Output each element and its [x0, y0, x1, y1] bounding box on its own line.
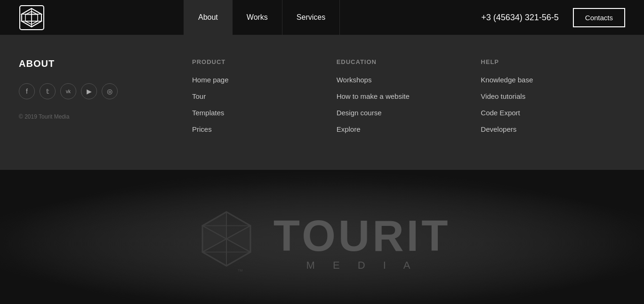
footer-brand-icon: ™ [193, 209, 259, 277]
about-title: ABOUT [19, 58, 192, 69]
social-vk[interactable]: vk [60, 83, 76, 99]
footer-col-about: ABOUT f 𝕥 vk ▶ ◎ © 2019 Tourit Media [19, 58, 192, 142]
education-title: EDUCATION [337, 58, 481, 65]
contacts-button[interactable]: Contacts [573, 8, 625, 27]
brand-logo-icon: ™ [193, 209, 259, 275]
product-link-homepage[interactable]: Home page [192, 76, 337, 84]
nav-about[interactable]: About [184, 0, 233, 35]
footer-col-education: EDUCATION Workshops How to make a websit… [337, 58, 481, 142]
phone-number: +3 (45634) 321-56-5 [481, 13, 559, 23]
edu-link-howto[interactable]: How to make a website [337, 92, 481, 100]
help-link-developers[interactable]: Developers [481, 125, 625, 133]
brand-sub: M E D I A [274, 259, 451, 272]
footer-brand-text: TOURIT M E D I A [274, 214, 451, 272]
edu-link-design[interactable]: Design course [337, 109, 481, 117]
footer-brand-section: ™ TOURIT M E D I A [0, 170, 644, 304]
product-title: PRODUCT [192, 58, 337, 65]
product-link-tour[interactable]: Tour [192, 92, 337, 100]
navbar-logo [0, 5, 184, 31]
social-twitter[interactable]: 𝕥 [40, 83, 56, 99]
brand-name: TOURIT [274, 214, 451, 257]
copyright: © 2019 Tourit Media [19, 113, 192, 120]
social-facebook[interactable]: f [19, 83, 35, 99]
footer-col-product: PRODUCT Home page Tour Templates Prices [192, 58, 337, 142]
social-instagram[interactable]: ◎ [102, 83, 118, 99]
navbar-right: +3 (45634) 321-56-5 Contacts [481, 8, 644, 27]
navbar: About Works Services +3 (45634) 321-56-5… [0, 0, 644, 35]
help-link-video[interactable]: Video tutorials [481, 92, 625, 100]
product-link-prices[interactable]: Prices [192, 125, 337, 133]
social-icons: f 𝕥 vk ▶ ◎ [19, 83, 192, 99]
edu-link-workshops[interactable]: Workshops [337, 76, 481, 84]
help-link-export[interactable]: Code Export [481, 109, 625, 117]
nav-services[interactable]: Services [282, 0, 340, 35]
svg-text:™: ™ [237, 268, 243, 275]
footer-menu: ABOUT f 𝕥 vk ▶ ◎ © 2019 Tourit Media PRO… [0, 35, 644, 170]
product-link-templates[interactable]: Templates [192, 109, 337, 117]
help-title: HELP [481, 58, 625, 65]
footer-col-help: HELP Knowledge base Video tutorials Code… [481, 58, 625, 142]
help-link-kb[interactable]: Knowledge base [481, 76, 625, 84]
social-youtube[interactable]: ▶ [81, 83, 97, 99]
logo-icon [19, 5, 45, 31]
nav-works[interactable]: Works [233, 0, 282, 35]
footer-brand: ™ TOURIT M E D I A [193, 209, 451, 277]
edu-link-explore[interactable]: Explore [337, 125, 481, 133]
navbar-links: About Works Services [184, 0, 340, 35]
